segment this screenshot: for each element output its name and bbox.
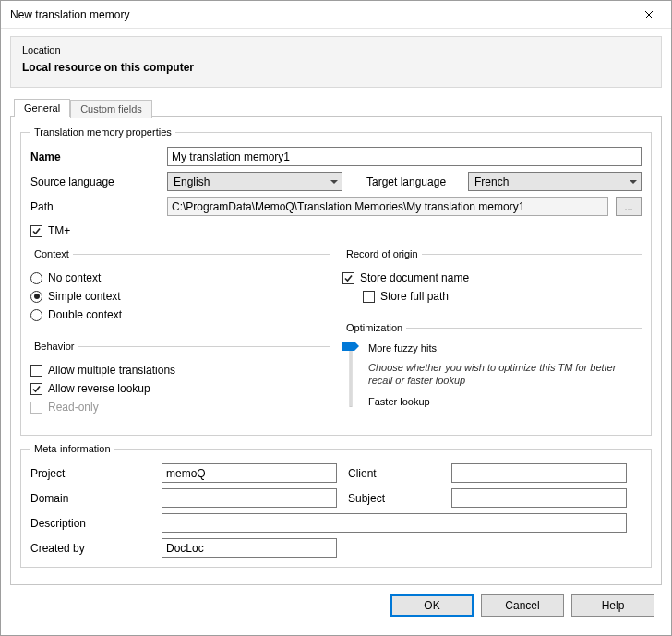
- radio-no-context[interactable]: No context: [30, 269, 330, 287]
- checkbox-store-full-path[interactable]: Store full path: [342, 287, 642, 306]
- dialog-window: New translation memory Location Local re…: [0, 0, 672, 636]
- group-meta-legend: Meta-information: [30, 443, 114, 454]
- createdby-label: Created by: [30, 542, 150, 555]
- checkbox-icon: [363, 291, 375, 303]
- group-meta: Meta-information Project Client Domain S…: [20, 443, 652, 568]
- group-properties: Translation memory properties Name Sourc…: [20, 126, 652, 436]
- name-label: Name: [30, 150, 160, 163]
- checkbox-allow-reverse-label: Allow reverse lookup: [48, 382, 150, 395]
- client-label: Client: [348, 467, 440, 480]
- group-record: Record of origin Store document name Sto…: [342, 248, 642, 315]
- slider-mid-hint: Choose whether you wish to optimize this…: [368, 358, 642, 391]
- group-behavior-legend: Behavior: [30, 341, 78, 352]
- group-record-legend: Record of origin: [342, 248, 422, 259]
- dialog-footer: OK Cancel Help: [10, 585, 662, 626]
- subject-label: Subject: [348, 492, 440, 505]
- window-title: New translation memory: [10, 8, 129, 21]
- radio-double-context-label: Double context: [48, 308, 122, 321]
- tmplus-label: TM+: [48, 224, 70, 237]
- radio-icon: [30, 309, 42, 321]
- source-language-label: Source language: [30, 175, 160, 188]
- optimization-slider[interactable]: [342, 342, 359, 407]
- dialog-body: Location Local resource on this computer…: [1, 29, 671, 635]
- target-language-select[interactable]: French: [468, 172, 642, 191]
- titlebar: New translation memory: [1, 1, 671, 29]
- group-optimization-legend: Optimization: [342, 322, 406, 333]
- middle-columns: Context No context Simple context: [30, 248, 642, 426]
- checkbox-store-full-path-label: Store full path: [380, 290, 449, 303]
- radio-icon: [30, 291, 42, 303]
- checkbox-store-doc[interactable]: Store document name: [342, 269, 642, 287]
- domain-label: Domain: [30, 492, 150, 505]
- path-label: Path: [30, 200, 160, 213]
- browse-button[interactable]: ...: [616, 197, 642, 216]
- left-column: Context No context Simple context: [30, 248, 330, 426]
- radio-simple-context[interactable]: Simple context: [30, 287, 330, 306]
- group-optimization: Optimization More fuzzy hits: [342, 322, 642, 416]
- checkbox-icon: [30, 383, 42, 395]
- project-label: Project: [30, 467, 150, 480]
- description-label: Description: [30, 517, 150, 530]
- radio-simple-context-label: Simple context: [48, 290, 121, 303]
- checkbox-allow-reverse[interactable]: Allow reverse lookup: [30, 379, 330, 398]
- slider-top-label: More fuzzy hits: [368, 342, 642, 354]
- close-button[interactable]: [629, 2, 669, 28]
- source-language-value: English: [174, 175, 210, 188]
- checkbox-icon: [30, 365, 42, 377]
- checkbox-allow-multiple[interactable]: Allow multiple translations: [30, 361, 330, 379]
- cancel-button[interactable]: Cancel: [481, 594, 564, 617]
- radio-double-context[interactable]: Double context: [30, 306, 330, 324]
- target-language-value: French: [474, 175, 509, 188]
- target-language-label: Target language: [350, 175, 461, 188]
- slider-thumb-icon: [342, 341, 359, 350]
- svg-marker-0: [342, 342, 359, 351]
- tab-strip: General Custom fields: [10, 99, 662, 117]
- checkbox-allow-multiple-label: Allow multiple translations: [48, 364, 175, 377]
- radio-no-context-label: No context: [48, 271, 101, 284]
- group-behavior: Behavior Allow multiple translations All…: [30, 341, 330, 426]
- group-properties-legend: Translation memory properties: [30, 126, 175, 138]
- right-column: Record of origin Store document name Sto…: [342, 248, 642, 426]
- checkbox-icon: [30, 402, 42, 414]
- checkbox-readonly: Read-only: [30, 398, 330, 416]
- tab-pane-general: Translation memory properties Name Sourc…: [10, 116, 662, 585]
- client-input[interactable]: [451, 463, 627, 483]
- help-button[interactable]: Help: [571, 594, 654, 617]
- chevron-down-icon: [630, 180, 637, 184]
- group-context: Context No context Simple context: [30, 248, 330, 333]
- name-input[interactable]: [167, 147, 642, 166]
- location-panel: Location Local resource on this computer: [10, 36, 662, 88]
- chevron-down-icon: [330, 180, 338, 184]
- createdby-input[interactable]: [162, 538, 337, 558]
- checkbox-store-doc-label: Store document name: [360, 271, 469, 284]
- description-input[interactable]: [162, 513, 627, 533]
- checkbox-readonly-label: Read-only: [48, 401, 99, 414]
- location-text: Local resource on this computer: [22, 61, 650, 74]
- source-language-select[interactable]: English: [167, 172, 342, 191]
- checkbox-icon: [30, 225, 42, 237]
- project-input[interactable]: [162, 463, 337, 483]
- group-context-legend: Context: [30, 248, 73, 259]
- close-icon: [644, 10, 654, 19]
- domain-input[interactable]: [162, 488, 337, 508]
- checkbox-icon: [342, 272, 354, 284]
- ok-button[interactable]: OK: [390, 594, 474, 617]
- tmplus-checkbox[interactable]: TM+: [30, 222, 70, 240]
- tab-custom-fields[interactable]: Custom fields: [70, 100, 152, 118]
- radio-icon: [30, 272, 42, 284]
- location-heading: Location: [22, 44, 650, 55]
- subject-input[interactable]: [451, 488, 627, 508]
- path-value: C:\ProgramData\MemoQ\Translation Memorie…: [167, 197, 608, 216]
- slider-track: [350, 342, 353, 407]
- tab-general[interactable]: General: [14, 99, 70, 117]
- slider-bottom-label: Faster lookup: [368, 396, 642, 407]
- divider: [30, 246, 642, 246]
- slider-labels: More fuzzy hits Choose whether you wish …: [368, 342, 642, 407]
